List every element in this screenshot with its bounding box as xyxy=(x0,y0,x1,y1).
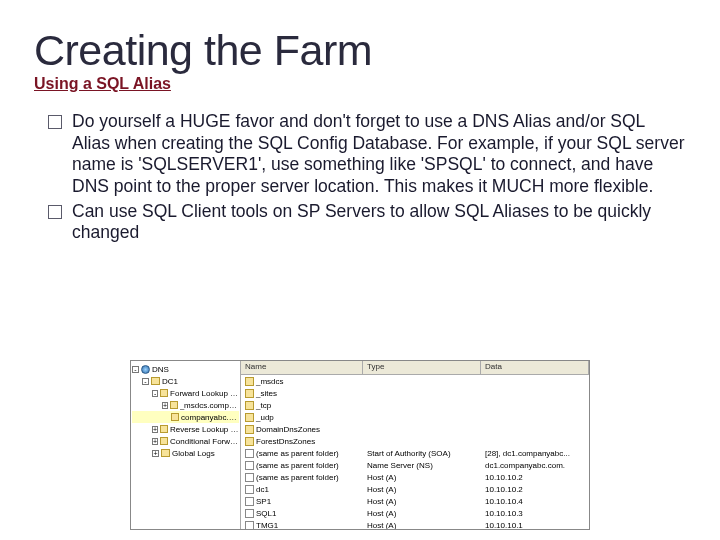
record-name: _tcp xyxy=(256,401,271,410)
record-name: SP1 xyxy=(256,497,271,506)
column-type: Type xyxy=(363,361,481,374)
record-type: Name Server (NS) xyxy=(363,461,481,470)
slide: Creating the Farm Using a SQL Alias Do y… xyxy=(0,0,720,540)
record-data: 10.10.10.1 xyxy=(481,521,589,530)
record-data: 10.10.10.3 xyxy=(481,509,589,518)
dns-record-row[interactable]: _tcp xyxy=(241,399,589,411)
tree-label: _msdcs.companyabc xyxy=(180,401,239,410)
dns-record-row[interactable]: (same as parent folder)Name Server (NS)d… xyxy=(241,459,589,471)
expand-icon[interactable]: + xyxy=(152,450,159,457)
record-icon xyxy=(245,449,254,458)
tree-node[interactable]: +Conditional Forwarders xyxy=(132,435,239,447)
expand-icon[interactable]: + xyxy=(152,438,158,445)
dns-record-row[interactable]: SP1Host (A)10.10.10.4 xyxy=(241,495,589,507)
record-name: (same as parent folder) xyxy=(256,473,339,482)
record-type: Start of Authority (SOA) xyxy=(363,449,481,458)
dns-record-row[interactable]: dc1Host (A)10.10.10.2 xyxy=(241,483,589,495)
dns-record-row[interactable]: DomainDnsZones xyxy=(241,423,589,435)
tree-node[interactable]: companyabc.com xyxy=(132,411,239,423)
tree-label: companyabc.com xyxy=(181,413,239,422)
bullet-marker-icon xyxy=(48,115,62,129)
record-icon xyxy=(245,461,254,470)
tree-label: DC1 xyxy=(162,377,178,386)
tree-node[interactable]: +_msdcs.companyabc xyxy=(132,399,239,411)
dns-record-row[interactable]: _udp xyxy=(241,411,589,423)
record-type: Host (A) xyxy=(363,521,481,530)
slide-title: Creating the Farm xyxy=(34,26,686,75)
record-type: Host (A) xyxy=(363,485,481,494)
bullet-list: Do yourself a HUGE favor and don't forge… xyxy=(34,111,686,244)
slide-subtitle: Using a SQL Alias xyxy=(34,75,686,93)
expand-icon[interactable]: - xyxy=(152,390,158,397)
record-name: (same as parent folder) xyxy=(256,449,339,458)
tree-label: DNS xyxy=(152,365,169,374)
folder-icon xyxy=(160,389,168,397)
record-name: _udp xyxy=(256,413,274,422)
record-data: [28], dc1.companyabc... xyxy=(481,449,589,458)
folder-icon xyxy=(245,437,254,446)
column-name: Name xyxy=(241,361,363,374)
expand-icon[interactable]: + xyxy=(152,426,158,433)
folder-icon xyxy=(245,389,254,398)
globe-icon xyxy=(141,365,150,374)
bullet-item: Can use SQL Client tools on SP Servers t… xyxy=(48,201,686,244)
folder-icon xyxy=(160,425,168,433)
record-icon xyxy=(245,485,254,494)
dns-manager-window: -DNS-DC1-Forward Lookup Zones+_msdcs.com… xyxy=(130,360,590,530)
record-icon xyxy=(245,497,254,506)
tree-label: Forward Lookup Zones xyxy=(170,389,239,398)
record-type: Host (A) xyxy=(363,473,481,482)
record-name: dc1 xyxy=(256,485,269,494)
bullet-text: Do yourself a HUGE favor and don't forge… xyxy=(72,111,686,198)
dns-record-row[interactable]: (same as parent folder)Start of Authorit… xyxy=(241,447,589,459)
folder-icon xyxy=(245,401,254,410)
record-data: 10.10.10.2 xyxy=(481,485,589,494)
dns-record-row[interactable]: SQL1Host (A)10.10.10.3 xyxy=(241,507,589,519)
dns-record-row[interactable]: _sites xyxy=(241,387,589,399)
bullet-item: Do yourself a HUGE favor and don't forge… xyxy=(48,111,686,198)
dns-list-body: _msdcs_sites_tcp_udpDomainDnsZonesForest… xyxy=(241,375,589,529)
record-icon xyxy=(245,473,254,482)
folder-icon xyxy=(161,449,170,457)
tree-node[interactable]: +Reverse Lookup Zones xyxy=(132,423,239,435)
dns-record-row[interactable]: (same as parent folder)Host (A)10.10.10.… xyxy=(241,471,589,483)
tree-node[interactable]: -Forward Lookup Zones xyxy=(132,387,239,399)
record-icon xyxy=(245,521,254,530)
folder-icon xyxy=(245,425,254,434)
tree-node[interactable]: -DNS xyxy=(132,363,239,375)
record-name: SQL1 xyxy=(256,509,276,518)
folder-icon xyxy=(171,413,179,421)
dns-record-row[interactable]: ForestDnsZones xyxy=(241,435,589,447)
bullet-text: Can use SQL Client tools on SP Servers t… xyxy=(72,201,686,244)
expand-icon[interactable]: + xyxy=(162,402,168,409)
bullet-marker-icon xyxy=(48,205,62,219)
tree-label: Reverse Lookup Zones xyxy=(170,425,239,434)
tree-label: Conditional Forwarders xyxy=(170,437,239,446)
record-name: ForestDnsZones xyxy=(256,437,315,446)
record-name: _sites xyxy=(256,389,277,398)
server-icon xyxy=(151,377,160,385)
dns-list-pane: Name Type Data _msdcs_sites_tcp_udpDomai… xyxy=(241,361,589,529)
record-type: Host (A) xyxy=(363,497,481,506)
dns-record-row[interactable]: _msdcs xyxy=(241,375,589,387)
folder-icon xyxy=(245,413,254,422)
folder-icon xyxy=(245,377,254,386)
record-icon xyxy=(245,509,254,518)
tree-node[interactable]: -DC1 xyxy=(132,375,239,387)
record-name: TMG1 xyxy=(256,521,278,530)
record-name: (same as parent folder) xyxy=(256,461,339,470)
record-data: dc1.companyabc.com. xyxy=(481,461,589,470)
record-name: _msdcs xyxy=(256,377,284,386)
folder-icon xyxy=(170,401,178,409)
column-data: Data xyxy=(481,361,589,374)
record-data: 10.10.10.2 xyxy=(481,473,589,482)
expand-icon[interactable]: - xyxy=(132,366,139,373)
tree-node[interactable]: +Global Logs xyxy=(132,447,239,459)
dns-list-header: Name Type Data xyxy=(241,361,589,375)
record-name: DomainDnsZones xyxy=(256,425,320,434)
tree-label: Global Logs xyxy=(172,449,215,458)
dns-tree-pane: -DNS-DC1-Forward Lookup Zones+_msdcs.com… xyxy=(131,361,241,529)
expand-icon[interactable]: - xyxy=(142,378,149,385)
record-type: Host (A) xyxy=(363,509,481,518)
dns-record-row[interactable]: TMG1Host (A)10.10.10.1 xyxy=(241,519,589,529)
